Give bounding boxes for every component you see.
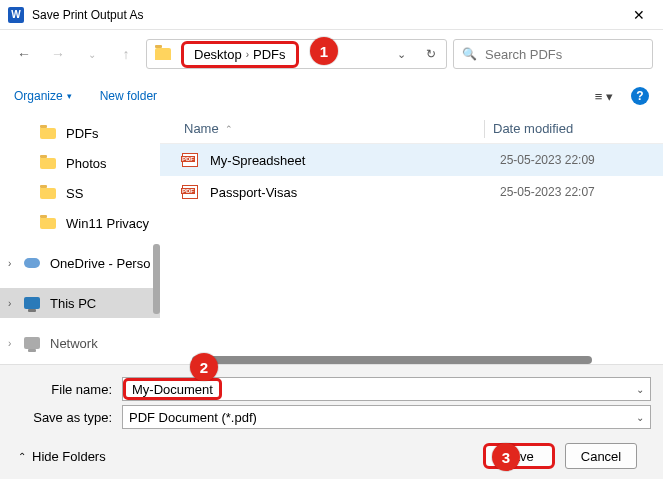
search-placeholder: Search PDFs (485, 47, 562, 62)
body: PDFs Photos SS Win11 Privacy ›OneDrive -… (0, 114, 663, 364)
nav-tree[interactable]: PDFs Photos SS Win11 Privacy ›OneDrive -… (0, 114, 160, 364)
folder-icon (40, 128, 56, 139)
nav-label: Photos (66, 156, 106, 171)
breadcrumb-desktop[interactable]: Desktop (194, 47, 242, 62)
chevron-down-icon[interactable]: ⌄ (636, 412, 644, 423)
col-name-label: Name (184, 121, 219, 136)
new-folder-button[interactable]: New folder (100, 89, 157, 103)
step-badge-1: 1 (310, 37, 338, 65)
cancel-button[interactable]: Cancel (565, 443, 637, 469)
hide-folders-toggle[interactable]: ⌃ Hide Folders (18, 449, 106, 464)
sort-asc-icon: ⌃ (225, 124, 233, 134)
file-header: Name⌃ Date modified (160, 114, 663, 144)
bottom-panel: File name: My-Document ⌄ Save as type: P… (0, 364, 663, 479)
search-input[interactable]: 🔍 Search PDFs (453, 39, 653, 69)
file-list-pane: Name⌃ Date modified My-Spreadsheet 25-05… (160, 114, 663, 364)
chevron-down-icon[interactable]: ⌄ (636, 384, 644, 395)
breadcrumb-highlight: Desktop › PDFs (181, 41, 299, 68)
file-row[interactable]: My-Spreadsheet 25-05-2023 22:09 (160, 144, 663, 176)
pc-icon (24, 297, 40, 309)
breadcrumb-box[interactable]: Desktop › PDFs ⌄ ↻ (146, 39, 447, 69)
folder-icon (40, 218, 56, 229)
nav-label: PDFs (66, 126, 99, 141)
cloud-icon (24, 258, 40, 268)
file-row[interactable]: Passport-Visas 25-05-2023 22:07 (160, 176, 663, 208)
nav-item-thispc[interactable]: ›This PC (0, 288, 160, 318)
pdf-icon (182, 185, 198, 199)
pdf-icon (182, 153, 198, 167)
file-date: 25-05-2023 22:07 (492, 185, 595, 199)
file-name: Passport-Visas (210, 185, 492, 200)
titlebar: W Save Print Output As ✕ (0, 0, 663, 30)
address-dropdown[interactable]: ⌄ (386, 48, 416, 61)
nav-item-onedrive[interactable]: ›OneDrive - Perso (0, 248, 160, 278)
folder-icon (40, 188, 56, 199)
recent-locations-button[interactable]: ⌄ (78, 40, 106, 68)
type-select[interactable]: PDF Document (*.pdf) ⌄ (122, 405, 651, 429)
view-options-button[interactable]: ≡ ▾ (595, 89, 613, 104)
organize-label: Organize (14, 89, 63, 103)
nav-label: SS (66, 186, 83, 201)
close-button[interactable]: ✕ (619, 7, 659, 23)
footer: ⌃ Hide Folders Save Cancel (12, 433, 651, 469)
toolbar: Organize ▾ New folder ≡ ▾ ? (0, 78, 663, 114)
type-label: Save as type: (12, 410, 122, 425)
back-button[interactable]: ← (10, 40, 38, 68)
step-badge-3: 3 (492, 443, 520, 471)
nav-item-win11privacy[interactable]: Win11 Privacy (0, 208, 160, 238)
filename-value: My-Document (123, 378, 222, 400)
word-app-icon: W (8, 7, 24, 23)
expand-icon[interactable]: › (8, 338, 11, 349)
filename-row: File name: My-Document ⌄ (12, 377, 651, 401)
refresh-button[interactable]: ↻ (416, 47, 446, 61)
file-date: 25-05-2023 22:09 (492, 153, 595, 167)
breadcrumb-pdfs[interactable]: PDFs (253, 47, 286, 62)
nav-label: OneDrive - Perso (50, 256, 150, 271)
nav-label: Network (50, 336, 98, 351)
col-date[interactable]: Date modified (485, 121, 663, 136)
expand-icon[interactable]: › (8, 298, 11, 309)
window-title: Save Print Output As (32, 8, 619, 22)
type-row: Save as type: PDF Document (*.pdf) ⌄ (12, 405, 651, 429)
hide-folders-label: Hide Folders (32, 449, 106, 464)
nav-item-network[interactable]: ›Network (0, 328, 160, 358)
cancel-label: Cancel (581, 449, 621, 464)
nav-label: Win11 Privacy (66, 216, 149, 231)
filename-label: File name: (12, 382, 122, 397)
network-icon (24, 337, 40, 349)
nav-item-pdfs[interactable]: PDFs (0, 118, 160, 148)
chevron-up-icon: ⌃ (18, 451, 26, 462)
chevron-right-icon: › (246, 49, 249, 60)
folder-icon (155, 48, 171, 60)
horizontal-scrollbar[interactable] (192, 356, 592, 364)
organize-menu[interactable]: Organize ▾ (14, 89, 72, 103)
nav-label: This PC (50, 296, 96, 311)
step-badge-2: 2 (190, 353, 218, 381)
expand-icon[interactable]: › (8, 258, 11, 269)
col-name[interactable]: Name⌃ (184, 121, 484, 136)
forward-button: → (44, 40, 72, 68)
up-button[interactable]: ↑ (112, 40, 140, 68)
type-value: PDF Document (*.pdf) (129, 410, 257, 425)
help-button[interactable]: ? (631, 87, 649, 105)
folder-icon (40, 158, 56, 169)
chevron-down-icon: ▾ (67, 91, 72, 101)
nav-item-ss[interactable]: SS (0, 178, 160, 208)
nav-item-photos[interactable]: Photos (0, 148, 160, 178)
file-name: My-Spreadsheet (210, 153, 492, 168)
nav-scrollbar[interactable] (153, 244, 160, 314)
search-icon: 🔍 (462, 47, 477, 61)
